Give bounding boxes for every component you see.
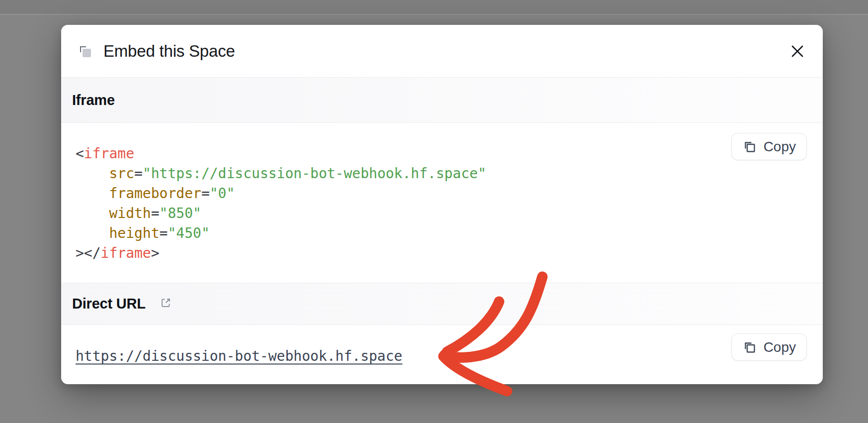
- embed-copy-icon: [77, 43, 93, 59]
- copy-url-button[interactable]: Copy: [731, 333, 807, 361]
- embed-space-dialog: Embed this Space Iframe Copy <iframe: [61, 25, 823, 384]
- direct-url-row: https://discussion-bot-webhook.hf.space …: [61, 325, 823, 384]
- direct-url-section-title: Direct URL: [72, 296, 146, 312]
- copy-icon: [742, 340, 757, 355]
- iframe-code-section: Copy <iframe src="https://discussion-bot…: [61, 123, 823, 283]
- copy-button-label: Copy: [764, 339, 796, 355]
- external-link-icon: [160, 297, 172, 309]
- iframe-embed-code[interactable]: <iframe src="https://discussion-bot-webh…: [61, 123, 823, 263]
- copy-iframe-code-button[interactable]: Copy: [731, 133, 807, 160]
- iframe-section-header: Iframe: [61, 77, 823, 123]
- screen: Embed this Space Iframe Copy <iframe: [0, 0, 868, 423]
- copy-icon: [742, 139, 757, 154]
- direct-url-link[interactable]: https://discussion-bot-webhook.hf.space: [76, 348, 402, 364]
- dimmed-page-header: [0, 0, 868, 15]
- direct-url-section-header: Direct URL: [61, 283, 823, 325]
- close-button[interactable]: [785, 39, 810, 64]
- dialog-title: Embed this Space: [103, 42, 235, 61]
- iframe-section-title: Iframe: [72, 92, 115, 108]
- close-icon: [790, 44, 805, 59]
- dialog-header: Embed this Space: [61, 25, 823, 77]
- copy-button-label: Copy: [764, 139, 796, 155]
